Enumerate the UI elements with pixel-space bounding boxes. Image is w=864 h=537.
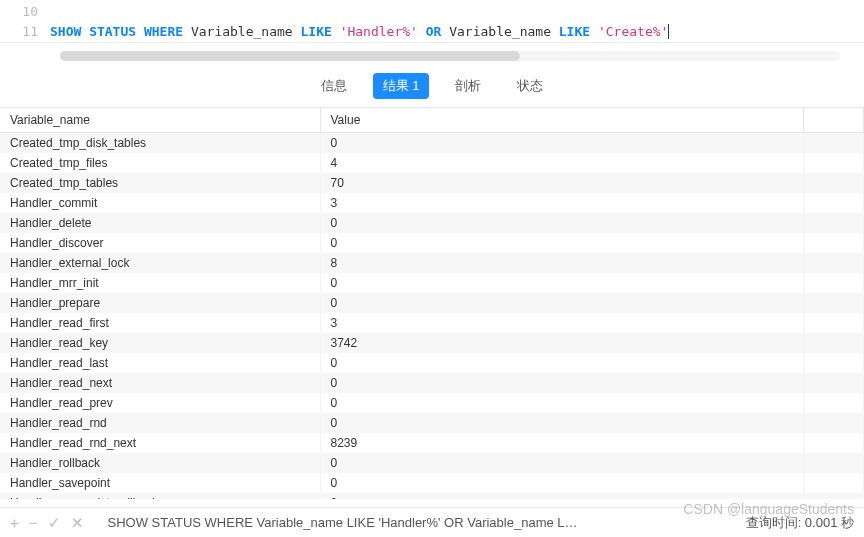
cell-value[interactable]: 70 — [320, 173, 804, 193]
cell-value[interactable]: 0 — [320, 473, 804, 493]
check-icon[interactable]: ✓ — [48, 514, 61, 532]
table-row[interactable]: Created_tmp_tables70 — [0, 173, 864, 193]
cell-value[interactable]: 3742 — [320, 333, 804, 353]
cell-variable-name[interactable]: Created_tmp_disk_tables — [0, 133, 320, 154]
cell-value[interactable]: 0 — [320, 273, 804, 293]
cell-value[interactable]: 4 — [320, 153, 804, 173]
cell-value[interactable]: 0 — [320, 133, 804, 154]
cell-variable-name[interactable]: Handler_delete — [0, 213, 320, 233]
cell-empty — [804, 393, 864, 413]
table-row[interactable]: Handler_savepoint0 — [0, 473, 864, 493]
cell-empty — [804, 413, 864, 433]
table-row[interactable]: Handler_commit3 — [0, 193, 864, 213]
cell-empty — [804, 373, 864, 393]
cell-empty — [804, 173, 864, 193]
table-row[interactable]: Handler_read_key3742 — [0, 333, 864, 353]
sql-code[interactable]: SHOW STATUS WHERE Variable_name LIKE 'Ha… — [50, 0, 864, 42]
table-row[interactable]: Handler_external_lock8 — [0, 253, 864, 273]
cell-empty — [804, 473, 864, 493]
cell-value[interactable]: 3 — [320, 313, 804, 333]
table-row[interactable]: Handler_delete0 — [0, 213, 864, 233]
cell-variable-name[interactable]: Created_tmp_tables — [0, 173, 320, 193]
result-grid[interactable]: Variable_name Value Created_tmp_disk_tab… — [0, 107, 864, 499]
table-row[interactable]: Handler_read_rnd0 — [0, 413, 864, 433]
cell-value[interactable]: 0 — [320, 213, 804, 233]
tab-info[interactable]: 信息 — [311, 73, 357, 99]
cell-value[interactable]: 0 — [320, 373, 804, 393]
table-row[interactable]: Created_tmp_disk_tables0 — [0, 133, 864, 154]
cell-variable-name[interactable]: Handler_read_rnd_next — [0, 433, 320, 453]
cell-variable-name[interactable]: Handler_read_key — [0, 333, 320, 353]
column-header-empty — [804, 108, 864, 133]
cell-empty — [804, 453, 864, 473]
result-tabs: 信息 结果 1 剖析 状态 — [0, 65, 864, 107]
tab-result1[interactable]: 结果 1 — [373, 73, 430, 99]
table-row[interactable]: Handler_savepoint_rollback0 — [0, 493, 864, 499]
cell-value[interactable]: 0 — [320, 453, 804, 473]
cell-value[interactable]: 8239 — [320, 433, 804, 453]
cell-empty — [804, 253, 864, 273]
cell-value[interactable]: 0 — [320, 353, 804, 373]
cell-variable-name[interactable]: Created_tmp_files — [0, 153, 320, 173]
status-bar: + − ✓ ✕ SHOW STATUS WHERE Variable_name … — [0, 507, 864, 537]
cell-variable-name[interactable]: Handler_mrr_init — [0, 273, 320, 293]
table-row[interactable]: Created_tmp_files4 — [0, 153, 864, 173]
cell-value[interactable]: 8 — [320, 253, 804, 273]
cell-empty — [804, 493, 864, 499]
cell-variable-name[interactable]: Handler_read_rnd — [0, 413, 320, 433]
cell-variable-name[interactable]: Handler_rollback — [0, 453, 320, 473]
table-row[interactable]: Handler_read_first3 — [0, 313, 864, 333]
table-row[interactable]: Handler_discover0 — [0, 233, 864, 253]
line-gutter: 1011 — [0, 0, 50, 42]
close-icon[interactable]: ✕ — [71, 514, 84, 532]
table-row[interactable]: Handler_read_next0 — [0, 373, 864, 393]
cell-empty — [804, 433, 864, 453]
cell-value[interactable]: 0 — [320, 293, 804, 313]
cell-value[interactable]: 0 — [320, 393, 804, 413]
sql-editor[interactable]: 1011 SHOW STATUS WHERE Variable_name LIK… — [0, 0, 864, 43]
cell-empty — [804, 293, 864, 313]
cell-variable-name[interactable]: Handler_discover — [0, 233, 320, 253]
cell-variable-name[interactable]: Handler_read_next — [0, 373, 320, 393]
status-query-text: SHOW STATUS WHERE Variable_name LIKE 'Ha… — [108, 515, 578, 530]
cell-variable-name[interactable]: Handler_savepoint_rollback — [0, 493, 320, 499]
cell-empty — [804, 153, 864, 173]
cell-variable-name[interactable]: Handler_prepare — [0, 293, 320, 313]
table-row[interactable]: Handler_read_rnd_next8239 — [0, 433, 864, 453]
column-header-variable-name[interactable]: Variable_name — [0, 108, 320, 133]
table-row[interactable]: Handler_read_prev0 — [0, 393, 864, 413]
cell-value[interactable]: 0 — [320, 233, 804, 253]
cell-empty — [804, 133, 864, 154]
cell-empty — [804, 273, 864, 293]
cell-variable-name[interactable]: Handler_read_prev — [0, 393, 320, 413]
minus-icon[interactable]: − — [29, 514, 38, 532]
cell-value[interactable]: 0 — [320, 493, 804, 499]
cell-empty — [804, 353, 864, 373]
cell-variable-name[interactable]: Handler_read_first — [0, 313, 320, 333]
cell-empty — [804, 333, 864, 353]
cell-variable-name[interactable]: Handler_commit — [0, 193, 320, 213]
tab-status[interactable]: 状态 — [507, 73, 553, 99]
cell-empty — [804, 213, 864, 233]
cell-empty — [804, 193, 864, 213]
tab-profile[interactable]: 剖析 — [445, 73, 491, 99]
status-timing: 查询时间: 0.001 秒 — [746, 514, 854, 532]
table-row[interactable]: Handler_read_last0 — [0, 353, 864, 373]
table-header-row: Variable_name Value — [0, 108, 864, 133]
cell-variable-name[interactable]: Handler_savepoint — [0, 473, 320, 493]
table-body: Created_tmp_disk_tables0Created_tmp_file… — [0, 133, 864, 500]
table-row[interactable]: Handler_mrr_init0 — [0, 273, 864, 293]
table-row[interactable]: Handler_prepare0 — [0, 293, 864, 313]
editor-horizontal-scrollbar[interactable] — [60, 51, 840, 61]
cell-value[interactable]: 3 — [320, 193, 804, 213]
add-icon[interactable]: + — [10, 514, 19, 532]
cell-variable-name[interactable]: Handler_read_last — [0, 353, 320, 373]
table-row[interactable]: Handler_rollback0 — [0, 453, 864, 473]
scrollbar-thumb[interactable] — [60, 51, 520, 61]
cell-empty — [804, 313, 864, 333]
cell-value[interactable]: 0 — [320, 413, 804, 433]
column-header-value[interactable]: Value — [320, 108, 804, 133]
cell-variable-name[interactable]: Handler_external_lock — [0, 253, 320, 273]
cell-empty — [804, 233, 864, 253]
